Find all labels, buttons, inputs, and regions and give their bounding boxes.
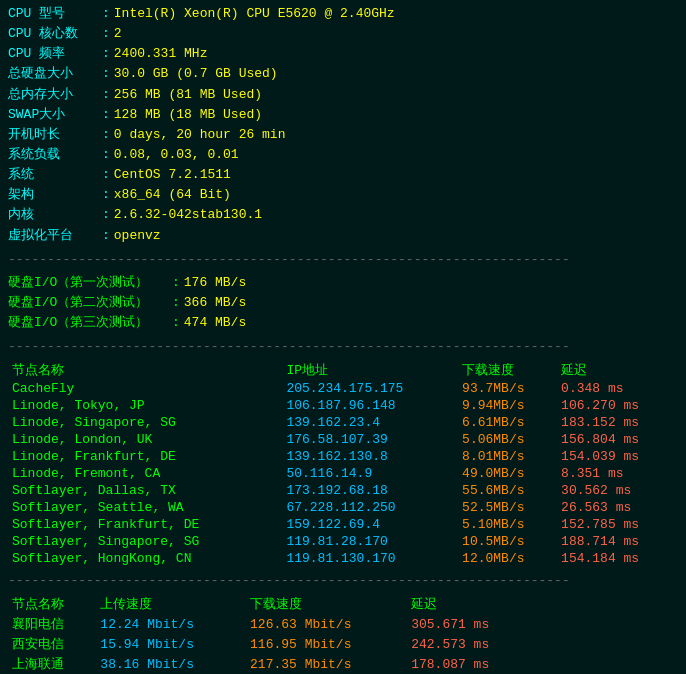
info-label: CPU 型号: [8, 4, 98, 24]
disk-value: 176 MB/s: [184, 273, 246, 293]
info-label: CPU 频率: [8, 44, 98, 64]
network1-header: IP地址: [282, 360, 458, 380]
info-label: 系统: [8, 165, 98, 185]
sysinfo-row: CPU 核心数 : 2: [8, 24, 678, 44]
net1-latency: 106.270 ms: [557, 397, 678, 414]
net1-node: Softlayer, Frankfurt, DE: [8, 516, 282, 533]
net1-latency: 0.348 ms: [557, 380, 678, 397]
net1-node: Softlayer, Singapore, SG: [8, 533, 282, 550]
info-value: x86_64 (64 Bit): [114, 185, 231, 205]
info-value: Intel(R) Xeon(R) CPU E5620 @ 2.40GHz: [114, 4, 395, 24]
info-sep: :: [102, 105, 110, 125]
info-value: CentOS 7.2.1511: [114, 165, 231, 185]
info-sep: :: [102, 165, 110, 185]
disk-row: 硬盘I/O（第三次测试） : 474 MB/s: [8, 313, 678, 333]
info-value: 2: [114, 24, 122, 44]
network2-header: 延迟: [407, 594, 678, 614]
net1-ip: 159.122.69.4: [282, 516, 458, 533]
sysinfo-row: 系统 : CentOS 7.2.1511: [8, 165, 678, 185]
sysinfo-row: 开机时长 : 0 days, 20 hour 26 min: [8, 125, 678, 145]
info-sep: :: [102, 64, 110, 84]
info-sep: :: [102, 85, 110, 105]
network2-header: 节点名称: [8, 594, 96, 614]
net1-node: CacheFly: [8, 380, 282, 397]
info-sep: :: [102, 205, 110, 225]
disk-value: 474 MB/s: [184, 313, 246, 333]
info-label: 总硬盘大小: [8, 64, 98, 84]
disk-label: 硬盘I/O（第三次测试）: [8, 313, 168, 333]
network2-table: 节点名称上传速度下载速度延迟 襄阳电信 12.24 Mbit/s 126.63 …: [8, 594, 678, 674]
info-label: 虚拟化平台: [8, 226, 98, 246]
network2-header: 上传速度: [96, 594, 246, 614]
net1-speed: 93.7MB/s: [458, 380, 557, 397]
info-sep: :: [102, 185, 110, 205]
net2-latency: 242.573 ms: [407, 634, 678, 654]
sysinfo-row: SWAP大小 : 128 MB (18 MB Used): [8, 105, 678, 125]
divider-2: ----------------------------------------…: [8, 339, 678, 354]
net2-download: 126.63 Mbit/s: [246, 614, 407, 634]
info-value: 2400.331 MHz: [114, 44, 208, 64]
network1-row: Linode, Singapore, SG 139.162.23.4 6.61M…: [8, 414, 678, 431]
info-value: 256 MB (81 MB Used): [114, 85, 262, 105]
info-label: 内核: [8, 205, 98, 225]
info-value: openvz: [114, 226, 161, 246]
net1-latency: 26.563 ms: [557, 499, 678, 516]
net1-latency: 30.562 ms: [557, 482, 678, 499]
net1-ip: 50.116.14.9: [282, 465, 458, 482]
network1-table: 节点名称IP地址下载速度延迟 CacheFly 205.234.175.175 …: [8, 360, 678, 567]
net1-speed: 10.5MB/s: [458, 533, 557, 550]
info-label: 系统负载: [8, 145, 98, 165]
disk-sep: :: [172, 293, 180, 313]
sysinfo-row: 虚拟化平台 : openvz: [8, 226, 678, 246]
net1-node: Linode, London, UK: [8, 431, 282, 448]
net1-latency: 152.785 ms: [557, 516, 678, 533]
sysinfo-row: 架构 : x86_64 (64 Bit): [8, 185, 678, 205]
net1-node: Linode, Fremont, CA: [8, 465, 282, 482]
net1-node: Linode, Tokyo, JP: [8, 397, 282, 414]
network1-header: 节点名称: [8, 360, 282, 380]
net1-ip: 176.58.107.39: [282, 431, 458, 448]
info-label: 总内存大小: [8, 85, 98, 105]
net1-speed: 8.01MB/s: [458, 448, 557, 465]
network2-row: 襄阳电信 12.24 Mbit/s 126.63 Mbit/s 305.671 …: [8, 614, 678, 634]
net1-node: Softlayer, HongKong, CN: [8, 550, 282, 567]
network1-row: Linode, London, UK 176.58.107.39 5.06MB/…: [8, 431, 678, 448]
net1-ip: 119.81.130.170: [282, 550, 458, 567]
info-sep: :: [102, 24, 110, 44]
disk-value: 366 MB/s: [184, 293, 246, 313]
disk-label: 硬盘I/O（第一次测试）: [8, 273, 168, 293]
net1-ip: 139.162.23.4: [282, 414, 458, 431]
net1-ip: 139.162.130.8: [282, 448, 458, 465]
sysinfo-section: CPU 型号 : Intel(R) Xeon(R) CPU E5620 @ 2.…: [8, 4, 678, 267]
network1-row: Softlayer, Dallas, TX 173.192.68.18 55.6…: [8, 482, 678, 499]
info-label: 架构: [8, 185, 98, 205]
sysinfo-row: 系统负载 : 0.08, 0.03, 0.01: [8, 145, 678, 165]
net1-node: Linode, Singapore, SG: [8, 414, 282, 431]
info-value: 128 MB (18 MB Used): [114, 105, 262, 125]
info-label: CPU 核心数: [8, 24, 98, 44]
net1-speed: 52.5MB/s: [458, 499, 557, 516]
network1-header: 下载速度: [458, 360, 557, 380]
net1-node: Linode, Frankfurt, DE: [8, 448, 282, 465]
net2-latency: 178.087 ms: [407, 654, 678, 674]
disk-sep: :: [172, 273, 180, 293]
sysinfo-row: CPU 型号 : Intel(R) Xeon(R) CPU E5620 @ 2.…: [8, 4, 678, 24]
net1-node: Softlayer, Seattle, WA: [8, 499, 282, 516]
network1-row: Softlayer, HongKong, CN 119.81.130.170 1…: [8, 550, 678, 567]
info-sep: :: [102, 125, 110, 145]
disk-label: 硬盘I/O（第二次测试）: [8, 293, 168, 313]
info-sep: :: [102, 4, 110, 24]
info-label: 开机时长: [8, 125, 98, 145]
info-value: 30.0 GB (0.7 GB Used): [114, 64, 278, 84]
net1-latency: 154.039 ms: [557, 448, 678, 465]
network1-row: Softlayer, Frankfurt, DE 159.122.69.4 5.…: [8, 516, 678, 533]
info-value: 0.08, 0.03, 0.01: [114, 145, 239, 165]
net1-latency: 183.152 ms: [557, 414, 678, 431]
disk-row: 硬盘I/O（第二次测试） : 366 MB/s: [8, 293, 678, 313]
disk-section disk-section: 硬盘I/O（第一次测试） : 176 MB/s 硬盘I/O（第二次测试） : 3…: [8, 273, 678, 354]
network1-row: CacheFly 205.234.175.175 93.7MB/s 0.348 …: [8, 380, 678, 397]
network1-section: 节点名称IP地址下载速度延迟 CacheFly 205.234.175.175 …: [8, 360, 678, 588]
info-sep: :: [102, 226, 110, 246]
net1-speed: 5.06MB/s: [458, 431, 557, 448]
net2-upload: 12.24 Mbit/s: [96, 614, 246, 634]
